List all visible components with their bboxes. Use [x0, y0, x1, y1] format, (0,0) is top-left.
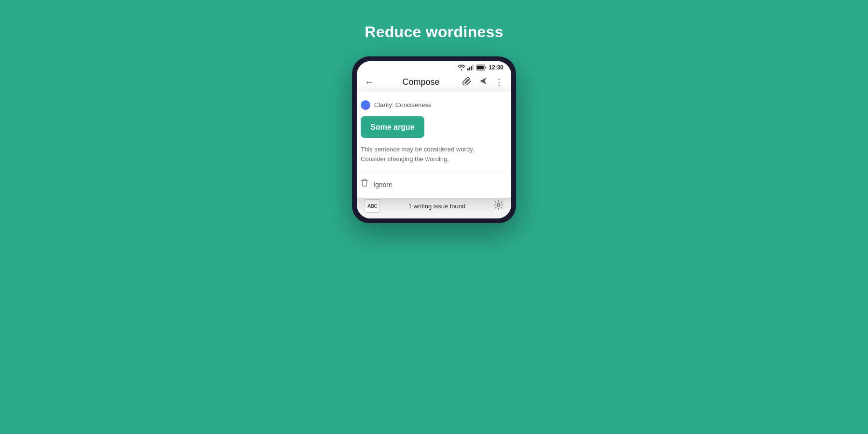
suggestion-replacement-button[interactable]: Some argue [361, 116, 424, 138]
suggestion-header: Clarity: Conciseness [361, 100, 507, 110]
suggestion-card: Clarity: Conciseness Some argue This sen… [357, 92, 511, 198]
suggestion-description: This sentence may be considered wordy. C… [361, 145, 507, 163]
svg-rect-5 [477, 66, 484, 69]
status-bar: 12:30 [357, 61, 511, 73]
writing-issue-text: 1 writing issue found [408, 203, 466, 210]
compose-title: Compose [380, 77, 462, 87]
svg-rect-2 [471, 66, 472, 70]
battery-icon [476, 65, 487, 70]
svg-rect-1 [469, 68, 471, 71]
suggestion-desc-line2: Consider changing the wording. [361, 155, 449, 163]
svg-rect-0 [467, 68, 469, 70]
ignore-label: Ignore [373, 179, 393, 190]
trash-icon [361, 178, 368, 191]
phone-frame: 12:30 ← Compose ⋮ [352, 56, 516, 223]
phone-screen: 12:30 ← Compose ⋮ [357, 61, 511, 218]
status-time: 12:30 [488, 64, 503, 71]
suggestion-divider [361, 172, 507, 173]
abc-badge: ABC [365, 199, 380, 213]
svg-point-6 [497, 203, 500, 206]
ignore-row[interactable]: Ignore [361, 178, 507, 191]
page-title: Reduce wordiness [365, 23, 503, 41]
suggestion-desc-line1: This sentence may be considered wordy. [361, 146, 474, 153]
compose-body[interactable]: There are some who argue that it'll be t… [357, 152, 511, 193]
more-button[interactable]: ⋮ [495, 77, 503, 88]
grammarly-icon [361, 100, 370, 110]
wifi-icon [458, 65, 465, 70]
toolbar-actions: ⋮ [462, 77, 503, 88]
settings-button[interactable] [494, 200, 503, 212]
attachment-button[interactable] [462, 77, 472, 88]
signal-icon [467, 65, 474, 70]
status-icons: 12:30 [458, 64, 503, 71]
svg-rect-3 [473, 65, 474, 70]
compose-toolbar: ← Compose ⋮ [357, 73, 511, 92]
suggestion-category: Clarity: Conciseness [374, 100, 432, 110]
send-button[interactable] [478, 77, 488, 88]
back-button[interactable]: ← [365, 77, 374, 88]
